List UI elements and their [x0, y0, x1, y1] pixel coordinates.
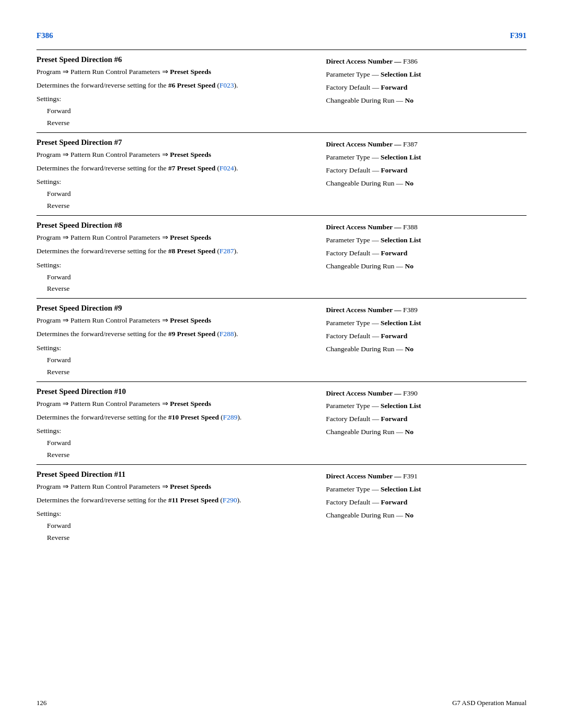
section-right-f391: Direct Access Number — F391Parameter Typ…	[321, 470, 527, 544]
section-right-f387: Direct Access Number — F387Parameter Typ…	[321, 138, 527, 212]
section-right-f388: Direct Access Number — F388Parameter Typ…	[321, 221, 527, 295]
factory-default-f388: Factory Default — Forward	[326, 247, 527, 260]
link-F288[interactable]: F288	[219, 330, 234, 338]
section-desc-f390: Determines the forward/reverse setting f…	[36, 412, 310, 423]
section-program-f386: Program ⇒ Pattern Run Control Parameters…	[36, 67, 310, 76]
section-left-f388: Preset Speed Direction #8Program ⇒ Patte…	[36, 221, 321, 295]
section-left-f390: Preset Speed Direction #10Program ⇒ Patt…	[36, 387, 321, 461]
page: F386 F391 Preset Speed Direction #6Progr…	[0, 0, 563, 728]
direct-access-f391: Direct Access Number — F391	[326, 470, 527, 483]
link-F024[interactable]: F024	[219, 164, 234, 172]
setting-item: Forward	[47, 188, 310, 200]
param-type-f388: Parameter Type — Selection List	[326, 234, 527, 247]
setting-item: Forward	[47, 354, 310, 366]
link-F023[interactable]: F023	[219, 81, 234, 89]
header-right: F391	[510, 31, 527, 40]
changeable-f389: Changeable During Run — No	[326, 343, 527, 356]
direct-access-f389: Direct Access Number — F389	[326, 304, 527, 317]
sections-container: Preset Speed Direction #6Program ⇒ Patte…	[36, 50, 527, 547]
section-f391: Preset Speed Direction #11Program ⇒ Patt…	[36, 464, 527, 547]
section-program-f387: Program ⇒ Pattern Run Control Parameters…	[36, 150, 310, 159]
param-type-f391: Parameter Type — Selection List	[326, 483, 527, 496]
section-title-f389: Preset Speed Direction #9	[36, 304, 310, 313]
setting-item: Forward	[47, 105, 310, 117]
section-title-f387: Preset Speed Direction #7	[36, 138, 310, 147]
settings-list-f388: ForwardReverse	[47, 272, 310, 295]
section-title-f388: Preset Speed Direction #8	[36, 221, 310, 230]
setting-item: Reverse	[47, 200, 310, 212]
setting-item: Reverse	[47, 532, 310, 544]
section-title-f390: Preset Speed Direction #10	[36, 387, 310, 396]
setting-item: Forward	[47, 437, 310, 449]
factory-default-f387: Factory Default — Forward	[326, 164, 527, 177]
section-program-f391: Program ⇒ Pattern Run Control Parameters…	[36, 482, 310, 491]
factory-default-f390: Factory Default — Forward	[326, 413, 527, 426]
changeable-f386: Changeable During Run — No	[326, 94, 527, 107]
footer-manual-title: G7 ASD Operation Manual	[452, 699, 527, 707]
setting-item: Reverse	[47, 117, 310, 129]
settings-list-f387: ForwardReverse	[47, 188, 310, 212]
factory-default-f386: Factory Default — Forward	[326, 81, 527, 94]
header-left: F386	[36, 31, 53, 40]
link-F290[interactable]: F290	[223, 496, 237, 504]
settings-label-f387: Settings:	[36, 178, 310, 186]
section-title-f391: Preset Speed Direction #11	[36, 470, 310, 479]
right-lines-f389: Direct Access Number — F389Parameter Typ…	[326, 304, 527, 356]
section-program-f390: Program ⇒ Pattern Run Control Parameters…	[36, 399, 310, 408]
section-program-f388: Program ⇒ Pattern Run Control Parameters…	[36, 233, 310, 242]
section-desc-f387: Determines the forward/reverse setting f…	[36, 163, 310, 174]
section-desc-f386: Determines the forward/reverse setting f…	[36, 80, 310, 91]
settings-list-f386: ForwardReverse	[47, 105, 310, 129]
direct-access-f386: Direct Access Number — F386	[326, 55, 527, 68]
section-title-f386: Preset Speed Direction #6	[36, 55, 310, 64]
setting-item: Forward	[47, 520, 310, 532]
right-lines-f391: Direct Access Number — F391Parameter Typ…	[326, 470, 527, 522]
section-program-f389: Program ⇒ Pattern Run Control Parameters…	[36, 316, 310, 325]
factory-default-f391: Factory Default — Forward	[326, 496, 527, 509]
section-desc-f391: Determines the forward/reverse setting f…	[36, 495, 310, 505]
settings-label-f388: Settings:	[36, 261, 310, 269]
section-f387: Preset Speed Direction #7Program ⇒ Patte…	[36, 132, 527, 215]
setting-item: Reverse	[47, 283, 310, 295]
factory-default-f389: Factory Default — Forward	[326, 330, 527, 343]
direct-access-f388: Direct Access Number — F388	[326, 221, 527, 234]
param-type-f390: Parameter Type — Selection List	[326, 400, 527, 413]
section-f386: Preset Speed Direction #6Program ⇒ Patte…	[36, 50, 527, 132]
link-F287[interactable]: F287	[219, 247, 234, 255]
settings-label-f391: Settings:	[36, 510, 310, 518]
section-f388: Preset Speed Direction #8Program ⇒ Patte…	[36, 215, 527, 298]
section-right-f389: Direct Access Number — F389Parameter Typ…	[321, 304, 527, 378]
section-f389: Preset Speed Direction #9Program ⇒ Patte…	[36, 298, 527, 381]
changeable-f391: Changeable During Run — No	[326, 509, 527, 522]
footer-page-number: 126	[36, 699, 47, 707]
changeable-f387: Changeable During Run — No	[326, 177, 527, 190]
section-left-f387: Preset Speed Direction #7Program ⇒ Patte…	[36, 138, 321, 212]
param-type-f387: Parameter Type — Selection List	[326, 151, 527, 164]
page-footer: 126 G7 ASD Operation Manual	[36, 699, 527, 707]
link-F289[interactable]: F289	[223, 413, 238, 421]
setting-item: Forward	[47, 272, 310, 283]
settings-label-f386: Settings:	[36, 95, 310, 103]
section-f390: Preset Speed Direction #10Program ⇒ Patt…	[36, 381, 527, 464]
param-type-f389: Parameter Type — Selection List	[326, 317, 527, 330]
settings-label-f389: Settings:	[36, 344, 310, 352]
section-desc-f388: Determines the forward/reverse setting f…	[36, 246, 310, 256]
setting-item: Reverse	[47, 449, 310, 461]
direct-access-f390: Direct Access Number — F390	[326, 387, 527, 400]
direct-access-f387: Direct Access Number — F387	[326, 138, 527, 151]
section-right-f386: Direct Access Number — F386Parameter Typ…	[321, 55, 527, 129]
changeable-f390: Changeable During Run — No	[326, 426, 527, 439]
settings-list-f391: ForwardReverse	[47, 520, 310, 544]
settings-list-f390: ForwardReverse	[47, 437, 310, 461]
section-left-f389: Preset Speed Direction #9Program ⇒ Patte…	[36, 304, 321, 378]
settings-list-f389: ForwardReverse	[47, 354, 310, 378]
section-left-f386: Preset Speed Direction #6Program ⇒ Patte…	[36, 55, 321, 129]
changeable-f388: Changeable During Run — No	[326, 260, 527, 273]
right-lines-f386: Direct Access Number — F386Parameter Typ…	[326, 55, 527, 107]
section-desc-f389: Determines the forward/reverse setting f…	[36, 329, 310, 339]
section-right-f390: Direct Access Number — F390Parameter Typ…	[321, 387, 527, 461]
param-type-f386: Parameter Type — Selection List	[326, 68, 527, 81]
right-lines-f388: Direct Access Number — F388Parameter Typ…	[326, 221, 527, 273]
right-lines-f387: Direct Access Number — F387Parameter Typ…	[326, 138, 527, 190]
settings-label-f390: Settings:	[36, 427, 310, 435]
